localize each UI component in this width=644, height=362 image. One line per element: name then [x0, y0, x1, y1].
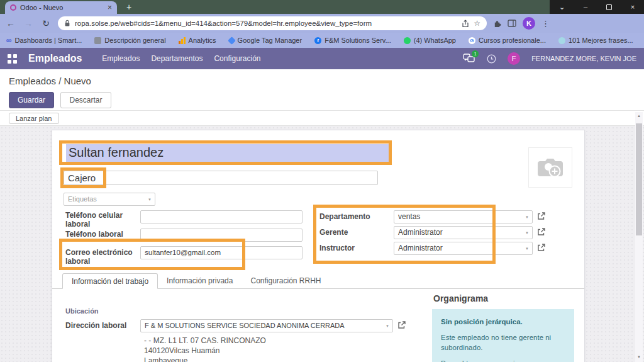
bookmark-101-frases[interactable]: 101 Mejores frases... — [558, 37, 633, 44]
org-chart-alert: Sin posición jerárquica. Este empleado n… — [432, 309, 574, 362]
form-sheet: Sultan fernandez Cajero Etiquetas ▼ — [52, 130, 585, 362]
tab-configuracion-rrhh[interactable]: Configuración RRHH — [242, 273, 330, 288]
odoo-navbar: Empleados Empleados Departamentos Config… — [0, 48, 644, 69]
scrollbar-thumb[interactable] — [636, 123, 642, 235]
department-select[interactable]: ventas ▼ — [394, 210, 533, 223]
side-panel-icon[interactable] — [508, 20, 516, 27]
external-link-icon[interactable] — [397, 321, 406, 329]
alert-title: Sin posición jerárquica. — [441, 317, 565, 327]
job-title-input[interactable]: Cajero — [64, 171, 378, 185]
form-statusbar: Lanzar plan — [0, 111, 644, 126]
employee-name-input[interactable]: Sultan fernandez — [62, 144, 389, 162]
restore-icon[interactable] — [606, 4, 612, 10]
tag-manager-icon — [228, 37, 236, 45]
bookmark-star-icon[interactable]: ☆ — [474, 19, 480, 28]
menu-configuracion[interactable]: Configuración — [214, 54, 260, 63]
activities-clock-icon[interactable] — [487, 54, 496, 64]
bookmark-tag-manager[interactable]: Google Tag Manager — [229, 37, 303, 44]
bookmark-label: Analytics — [189, 37, 216, 44]
address-street: - - MZ. L1 LT. 07 CAS. RINCONAZO — [144, 336, 266, 345]
coach-select[interactable]: Administrator ▼ — [394, 242, 533, 255]
tab-informacion-del-trabajo[interactable]: Información del trabajo — [62, 273, 158, 289]
label-coach: Instructor — [319, 244, 389, 252]
address-bar[interactable]: ropa.solse.pe/web#cids=1&menu_id=414&act… — [58, 16, 487, 30]
messages-badge: 1 — [472, 50, 479, 57]
employee-photo-upload[interactable] — [528, 147, 572, 188]
org-chart-title: Organigrama — [433, 293, 488, 303]
browser-tab[interactable]: Odoo - Nuevo × — [5, 1, 117, 14]
external-link-icon[interactable] — [537, 228, 545, 236]
scroll-up-icon[interactable]: ▲ — [637, 112, 641, 120]
tags-placeholder: Etiquetas — [68, 195, 97, 203]
apps-menu-icon[interactable] — [8, 54, 17, 64]
share-icon[interactable] — [462, 20, 469, 28]
bookmark-cursos[interactable]: G Cursos profesionale... — [469, 37, 546, 44]
menu-empleados[interactable]: Empleados — [102, 54, 140, 63]
work-email-input[interactable]: sultanfer10@gmail.com — [140, 246, 303, 259]
extensions-icon[interactable] — [493, 20, 501, 28]
tab-informacion-privada[interactable]: Información privada — [158, 273, 242, 288]
chevron-down-icon: ▼ — [525, 215, 529, 219]
lock-icon — [64, 20, 70, 27]
bookmarks-bar: ∞ Dashboards | Smart... Descripción gene… — [0, 33, 644, 48]
menu-departamentos[interactable]: Departamentos — [151, 54, 203, 63]
tab-title: Odoo - Nuevo — [20, 4, 104, 11]
label-manager: Gerente — [319, 228, 389, 237]
manager-select[interactable]: Administrator ▼ — [394, 226, 533, 239]
chevron-down-icon: ▼ — [148, 198, 152, 201]
bookmark-dashboards[interactable]: ∞ Dashboards | Smart... — [6, 37, 82, 44]
bookmark-analytics[interactable]: Analytics — [179, 37, 216, 44]
new-tab-button[interactable]: + — [123, 2, 135, 12]
browser-tab-bar: Odoo - Nuevo × + ⌄ – × — [0, 0, 644, 14]
profile-avatar[interactable]: K — [523, 17, 535, 30]
messages-button[interactable]: 1 — [463, 54, 475, 64]
tab-close-icon[interactable]: × — [108, 4, 112, 11]
employee-name-value: Sultan fernandez — [66, 144, 389, 162]
url-text[interactable]: ropa.solse.pe/web#cids=1&menu_id=414&act… — [75, 20, 457, 27]
scroll-down-icon[interactable]: ▼ — [637, 353, 641, 361]
scrollbar-track[interactable] — [635, 120, 643, 362]
address-state: Lambayeque — [144, 356, 187, 362]
browser-toolbar: ← → ↻ ropa.solse.pe/web#cids=1&menu_id=4… — [0, 14, 644, 33]
bookmark-descripcion-general[interactable]: Descripción general — [94, 37, 165, 44]
manager-value: Administrator — [398, 228, 443, 237]
browser-menu-icon[interactable]: ⋮ — [541, 19, 550, 28]
back-icon[interactable]: ← — [5, 18, 16, 28]
app-title[interactable]: Empleados — [28, 53, 82, 64]
reload-icon[interactable]: ↻ — [40, 18, 52, 28]
label-work-mobile: Teléfono celular laboral — [65, 211, 136, 229]
google-icon: G — [469, 37, 475, 44]
bookmark-label: Cursos profesionale... — [479, 37, 546, 44]
user-name[interactable]: FERNANDEZ MORE, KEVIN JOE — [531, 55, 636, 62]
bookmark-whatsapp[interactable]: (4) WhatsApp — [404, 37, 456, 44]
close-window-icon[interactable]: × — [631, 3, 635, 11]
alert-more: Para obtener un organigrama, establece u… — [441, 358, 565, 362]
user-avatar[interactable]: F — [508, 52, 520, 65]
form-view: Sultan fernandez Cajero Etiquetas ▼ — [0, 126, 644, 362]
window-menu-icon[interactable]: ⌄ — [559, 3, 565, 11]
external-link-icon[interactable] — [537, 244, 545, 252]
chevron-down-icon: ▼ — [525, 231, 529, 235]
discard-button[interactable]: Descartar — [60, 92, 111, 108]
breadcrumb[interactable]: Empleados / Nuevo — [9, 76, 644, 86]
facebook-icon: f — [314, 37, 321, 44]
forward-icon[interactable]: → — [23, 18, 34, 28]
name-annotation-box: Sultan fernandez — [59, 140, 392, 165]
control-panel: Empleados / Nuevo Guardar Descartar — [0, 69, 644, 111]
bookmark-label: (4) WhatsApp — [414, 37, 456, 44]
infinity-icon: ∞ — [6, 37, 12, 44]
external-link-icon[interactable] — [537, 212, 545, 220]
work-mobile-input[interactable] — [140, 210, 303, 223]
analytics-icon — [179, 37, 186, 44]
site-icon — [94, 37, 101, 44]
page-scrollbar[interactable]: ▲ ▼ — [635, 112, 643, 362]
work-phone-input[interactable] — [140, 229, 303, 242]
address-city: 140120Vilcas Huamán — [144, 346, 220, 355]
work-address-select[interactable]: F & M SOLUTIONS SERVICE SOCIEDAD ANONIMA… — [140, 319, 393, 332]
tags-select[interactable]: Etiquetas ▼ — [64, 193, 155, 206]
work-address-value: F & M SOLUTIONS SERVICE SOCIEDAD ANONIMA… — [145, 322, 345, 329]
minimize-icon[interactable]: – — [584, 3, 587, 11]
save-button[interactable]: Guardar — [9, 92, 54, 108]
bookmark-fm-solutions[interactable]: f F&M Solutions Serv... — [314, 37, 391, 44]
launch-plan-button[interactable]: Lanzar plan — [9, 113, 59, 124]
